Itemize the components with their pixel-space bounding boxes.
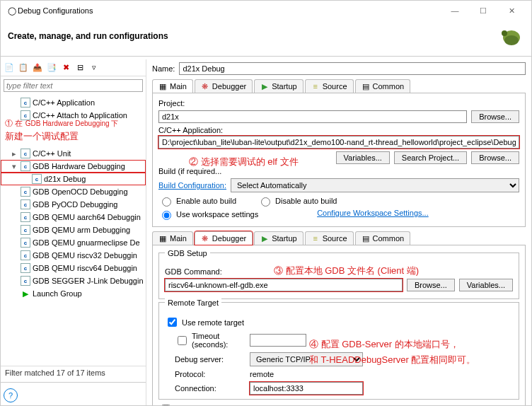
enable-auto-radio[interactable]: Enable auto build xyxy=(158,195,236,207)
app-label: C/C++ Application: xyxy=(158,126,519,134)
timeout-input[interactable] xyxy=(250,334,306,347)
remote-target-group: Remote Target Use remote target Timeout … xyxy=(158,302,519,400)
tree-item[interactable]: cC/C++ Application xyxy=(1,96,146,109)
gdb-browse-button[interactable]: Browse... xyxy=(407,279,455,291)
c-config-icon: c xyxy=(21,263,30,273)
close-button[interactable]: ✕ xyxy=(497,6,526,16)
tab-common[interactable]: ▤Common xyxy=(355,79,411,93)
config-tree[interactable]: cC/C++ ApplicationcC/C++ Attach to Appli… xyxy=(1,95,146,366)
maximize-button[interactable]: ☐ xyxy=(469,6,497,16)
build-config-select[interactable]: Select Automatically xyxy=(231,178,519,192)
c-config-icon: c xyxy=(21,250,30,260)
connection-label: Connection: xyxy=(165,384,250,393)
use-remote-check[interactable]: Use remote target xyxy=(165,315,513,329)
bug-icon xyxy=(490,25,524,47)
tree-item[interactable]: cGDB QEMU aarch64 Debuggin xyxy=(1,211,146,224)
tree-item[interactable]: cGDB PyOCD Debugging xyxy=(1,198,146,211)
app-browse-button[interactable]: Browse... xyxy=(471,151,519,164)
c-config-icon: c xyxy=(32,174,42,184)
tree-item[interactable]: ▶Launch Group xyxy=(1,287,146,300)
tab-debugger[interactable]: ❋Debugger xyxy=(195,79,253,93)
gdb-setup-title: GDB Setup xyxy=(165,249,210,257)
c-config-icon: c xyxy=(21,212,30,222)
new-proto-icon[interactable]: 📋 xyxy=(18,62,29,74)
tab-source[interactable]: ≡Source xyxy=(305,79,354,93)
tree-item[interactable]: ▸cC/C++ Unit xyxy=(1,147,146,160)
remote-title: Remote Target xyxy=(165,298,221,307)
tree-item[interactable]: cd21x Debug xyxy=(1,173,146,185)
c-config-icon: c xyxy=(21,161,30,171)
svg-point-2 xyxy=(502,30,507,36)
duplicate-icon[interactable]: 📑 xyxy=(46,62,57,74)
tab-debugger[interactable]: ❋Debugger xyxy=(195,231,253,245)
name-input[interactable] xyxy=(179,62,526,75)
c-config-icon: c xyxy=(21,276,30,286)
tab-main[interactable]: ▦Main xyxy=(152,79,193,93)
connection-input[interactable] xyxy=(250,382,363,395)
new-config-icon[interactable]: 📄 xyxy=(4,62,15,74)
tab-icon: ▦ xyxy=(158,82,167,91)
left-panel: 📄 📋 📤 📑 ✖ ⊟ ▿ cC/C++ ApplicationcC/C++ A… xyxy=(1,59,146,405)
variables-button[interactable]: Variables... xyxy=(336,151,390,164)
tab-icon: ≡ xyxy=(311,234,320,243)
project-input[interactable] xyxy=(158,110,467,123)
gdb-cmd-input[interactable] xyxy=(165,279,403,291)
project-browse-button[interactable]: Browse... xyxy=(471,110,519,123)
tree-item-label: GDB PyOCD Debugging xyxy=(33,200,117,209)
tree-item[interactable]: cGDB QEMU arm Debugging xyxy=(1,224,146,236)
tree-item[interactable]: ▾cGDB Hardware Debugging xyxy=(1,160,146,173)
filter-input[interactable] xyxy=(4,79,143,92)
tab-icon: ❋ xyxy=(201,234,209,243)
tree-item-label: GDB QEMU aarch64 Debuggin xyxy=(33,213,141,221)
header: Create, manage, and run configurations xyxy=(1,21,531,53)
force-thread-check[interactable]: Force thread list update on suspend xyxy=(158,402,519,405)
build-req-label: Build (if required... xyxy=(158,167,519,175)
protocol-value: remote xyxy=(250,370,513,378)
launch-group-icon: ▶ xyxy=(21,289,30,298)
tab-startup[interactable]: ▶Startup xyxy=(254,231,303,245)
debug-server-select[interactable]: Generic TCP/IP xyxy=(250,352,363,366)
tab-icon: ▶ xyxy=(260,234,269,243)
gdb-variables-button[interactable]: Variables... xyxy=(459,279,513,291)
tree-item[interactable]: cGDB SEGGER J-Link Debuggin xyxy=(1,274,146,287)
use-ws-radio[interactable]: Use workspace settings xyxy=(158,209,258,220)
filter-icon[interactable]: ▿ xyxy=(88,62,100,74)
tab-icon: ≡ xyxy=(311,82,320,91)
export-icon[interactable]: 📤 xyxy=(32,62,43,74)
tree-item-label: GDB QEMU riscv64 Debuggin xyxy=(33,264,137,272)
search-project-button[interactable]: Search Project... xyxy=(394,151,467,164)
tree-item-label: GDB Hardware Debugging xyxy=(33,162,125,170)
delete-icon[interactable]: ✖ xyxy=(60,62,71,74)
tree-item-label: GDB QEMU riscv32 Debuggin xyxy=(33,251,137,260)
header-subtitle: Create, manage, and run configurations xyxy=(8,31,490,41)
tree-item[interactable]: cC/C++ Attach to Application xyxy=(1,109,146,122)
c-config-icon: c xyxy=(21,98,30,108)
tabs-debugger: ▦Main❋Debugger▶Startup≡Source▤Common xyxy=(152,231,526,245)
name-label: Name: xyxy=(152,64,175,73)
tab-startup[interactable]: ▶Startup xyxy=(254,79,303,93)
tab-common[interactable]: ▤Common xyxy=(355,231,411,245)
disable-auto-radio[interactable]: Disable auto build xyxy=(258,195,337,207)
tab-icon: ❋ xyxy=(201,82,209,91)
tab-icon: ▤ xyxy=(362,82,370,91)
tree-item-label: GDB QEMU arm Debugging xyxy=(33,226,130,234)
tab-source[interactable]: ≡Source xyxy=(305,231,354,245)
tree-item[interactable]: cGDB QEMU riscv32 Debuggin xyxy=(1,249,146,262)
build-config-link[interactable]: Build Configuration: xyxy=(158,181,226,190)
c-config-icon: c xyxy=(21,238,30,248)
tree-item-label: GDB SEGGER J-Link Debuggin xyxy=(33,277,144,285)
app-input[interactable] xyxy=(158,136,519,149)
tabs-main: ▦Main❋Debugger▶Startup≡Source▤Common xyxy=(152,79,526,93)
tree-item[interactable]: cGDB QEMU riscv64 Debuggin xyxy=(1,262,146,274)
config-ws-link[interactable]: Configure Workspace Settings... xyxy=(317,209,429,220)
timeout-check[interactable]: Timeout (seconds): xyxy=(165,332,250,349)
tab-icon: ▤ xyxy=(362,234,370,243)
tab-main[interactable]: ▦Main xyxy=(152,231,193,245)
tree-item-label: GDB QEMU gnuarmeclipse De xyxy=(33,238,140,247)
tree-item[interactable]: cGDB OpenOCD Debugging xyxy=(1,185,146,198)
collapse-icon[interactable]: ⊟ xyxy=(74,62,86,74)
tree-item[interactable]: cGDB QEMU gnuarmeclipse De xyxy=(1,236,146,249)
debug-server-label: Debug server: xyxy=(165,355,250,364)
help-button[interactable]: ? xyxy=(4,388,18,402)
minimize-button[interactable]: — xyxy=(441,6,469,15)
